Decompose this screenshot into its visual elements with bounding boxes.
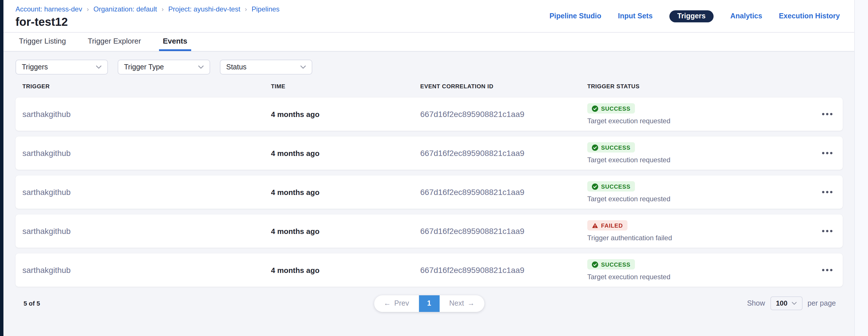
col-header-correlation-id: EVENT CORRELATION ID [420, 83, 587, 90]
row-menu-button[interactable] [821, 227, 834, 235]
breadcrumb-account[interactable]: Account: harness-dev [16, 5, 82, 13]
nav-execution-history[interactable]: Execution History [779, 12, 840, 20]
sidebar-edge [0, 0, 3, 336]
tab-trigger-listing[interactable]: Trigger Listing [15, 33, 70, 51]
status-filter-dropdown[interactable]: Status [220, 60, 312, 74]
breadcrumb-pipelines[interactable]: Pipelines [251, 5, 279, 13]
status-badge-label: SUCCESS [601, 144, 630, 150]
page-size-select[interactable]: 100 [770, 296, 802, 310]
dots-menu-icon [822, 269, 825, 271]
table-row: sarthakgithub 4 months ago 667d16f2ec895… [16, 98, 843, 131]
status-detail: Target execution requested [587, 273, 805, 281]
trigger-status-cell: SUCCESS Target execution requested [587, 142, 805, 164]
event-correlation-id: 667d16f2ec895908821c1aa9 [420, 188, 587, 197]
chevron-right-icon: › [87, 5, 89, 13]
chevron-down-icon [96, 65, 102, 69]
trigger-name: sarthakgithub [22, 148, 271, 158]
trigger-name: sarthakgithub [22, 227, 271, 236]
warning-triangle-icon [592, 222, 598, 229]
table-row: sarthakgithub 4 months ago 667d16f2ec895… [16, 175, 843, 209]
trigger-type-filter-label: Trigger Type [124, 63, 164, 71]
pagination-bar: 5 of 5 ← Prev 1 Next → Show 100 [16, 295, 843, 312]
nav-input-sets[interactable]: Input Sets [618, 12, 653, 20]
pipeline-top-nav: Pipeline Studio Input Sets Triggers Anal… [549, 0, 840, 32]
per-page-control: Show 100 per page [747, 296, 836, 310]
status-badge-label: FAILED [601, 222, 623, 229]
table-header: TRIGGER TIME EVENT CORRELATION ID TRIGGE… [16, 74, 843, 98]
status-filter-label: Status [226, 63, 247, 71]
show-label: Show [747, 299, 765, 307]
status-badge-label: SUCCESS [601, 261, 630, 267]
check-circle-icon [592, 183, 598, 190]
pagination-range: 5 of 5 [24, 300, 40, 307]
event-time: 4 months ago [271, 110, 420, 119]
col-header-trigger-status: TRIGGER STATUS [587, 83, 805, 90]
event-time: 4 months ago [271, 149, 420, 157]
nav-triggers-active[interactable]: Triggers [670, 10, 714, 22]
tab-trigger-explorer[interactable]: Trigger Explorer [84, 33, 145, 51]
arrow-right-icon: → [467, 299, 474, 307]
status-badge: SUCCESS [587, 259, 635, 269]
prev-page-button[interactable]: ← Prev [374, 295, 419, 312]
nav-pipeline-studio[interactable]: Pipeline Studio [549, 12, 601, 20]
trigger-status-cell: SUCCESS Target execution requested [587, 259, 805, 281]
dots-menu-icon [822, 191, 825, 193]
table-row: sarthakgithub 4 months ago 667d16f2ec895… [16, 254, 843, 287]
breadcrumb-project[interactable]: Project: ayushi-dev-test [168, 5, 240, 13]
trigger-status-cell: SUCCESS Target execution requested [587, 103, 805, 125]
next-page-button[interactable]: Next → [439, 295, 484, 312]
dots-menu-icon [822, 113, 825, 115]
event-correlation-id: 667d16f2ec895908821c1aa9 [420, 266, 587, 275]
event-correlation-id: 667d16f2ec895908821c1aa9 [420, 227, 587, 236]
main-panel: Account: harness-dev › Organization: def… [3, 0, 855, 336]
status-badge: SUCCESS [587, 181, 635, 192]
nav-analytics[interactable]: Analytics [730, 12, 762, 20]
trigger-tabbar: Trigger Listing Trigger Explorer Events [3, 32, 855, 52]
triggers-filter-label: Triggers [22, 63, 48, 71]
triggers-filter-dropdown[interactable]: Triggers [16, 60, 108, 74]
trigger-name: sarthakgithub [22, 266, 271, 275]
chevron-down-icon [198, 65, 204, 69]
filters-row: Triggers Trigger Type Status [16, 60, 843, 74]
event-time: 4 months ago [271, 188, 420, 196]
status-badge-label: SUCCESS [601, 183, 630, 190]
status-badge: SUCCESS [587, 103, 635, 113]
trigger-status-cell: FAILED Trigger authentication failed [587, 220, 805, 242]
row-menu-button[interactable] [821, 188, 834, 196]
check-circle-icon [592, 261, 598, 267]
status-detail: Target execution requested [587, 195, 805, 203]
trigger-type-filter-dropdown[interactable]: Trigger Type [118, 60, 210, 74]
page-number-current[interactable]: 1 [419, 295, 439, 312]
status-detail: Target execution requested [587, 156, 805, 164]
chevron-down-icon [792, 302, 797, 305]
tab-events[interactable]: Events [159, 33, 191, 51]
trigger-name: sarthakgithub [22, 109, 271, 119]
events-content: Triggers Trigger Type Status [3, 52, 855, 336]
row-menu-button[interactable] [821, 149, 834, 157]
col-header-trigger: TRIGGER [22, 83, 271, 90]
dots-menu-icon [822, 230, 825, 232]
breadcrumb-organization[interactable]: Organization: default [93, 5, 157, 13]
per-page-label: per page [807, 299, 836, 307]
row-menu-button[interactable] [821, 110, 834, 118]
app-viewport: Account: harness-dev › Organization: def… [0, 0, 868, 336]
event-correlation-id: 667d16f2ec895908821c1aa9 [420, 109, 587, 119]
status-badge: FAILED [587, 220, 627, 231]
arrow-left-icon: ← [384, 299, 391, 307]
col-header-time: TIME [271, 83, 420, 90]
row-menu-button[interactable] [821, 266, 834, 274]
chevron-right-icon: › [162, 5, 164, 13]
trigger-status-cell: SUCCESS Target execution requested [587, 181, 805, 203]
chevron-right-icon: › [245, 5, 247, 13]
event-time: 4 months ago [271, 227, 420, 235]
dots-menu-icon [822, 152, 825, 154]
scrollbar-gutter[interactable] [854, 0, 868, 336]
check-circle-icon [592, 144, 598, 150]
status-detail: Target execution requested [587, 117, 805, 125]
status-detail: Trigger authentication failed [587, 234, 805, 242]
event-time: 4 months ago [271, 266, 420, 274]
next-label: Next [449, 299, 464, 307]
trigger-name: sarthakgithub [22, 188, 271, 197]
prev-label: Prev [394, 299, 409, 307]
check-circle-icon [592, 105, 598, 111]
